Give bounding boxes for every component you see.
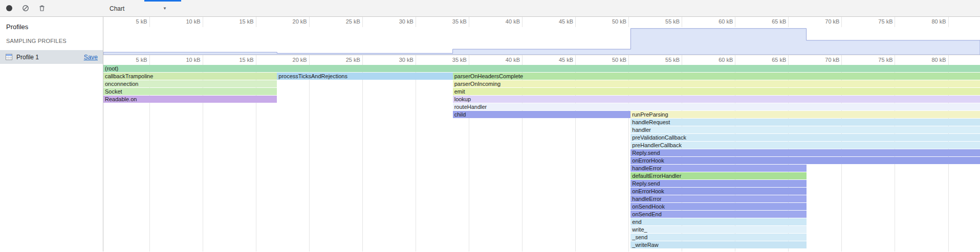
- tick-label: 10 kB: [186, 57, 200, 63]
- gridline: [309, 55, 310, 65]
- gridline: [416, 55, 416, 65]
- flame-chart[interactable]: (root)callbackTrampolineprocessTicksAndR…: [103, 65, 980, 251]
- flame-bar[interactable]: lookup: [453, 96, 980, 103]
- clear-all-profiles-button[interactable]: [20, 2, 31, 14]
- flame-bar[interactable]: Socket: [103, 88, 277, 95]
- view-mode-value: Chart: [110, 5, 124, 12]
- gridline: [575, 17, 576, 27]
- flame-bar[interactable]: preHandlerCallback: [630, 142, 980, 149]
- tick-label: 10 kB: [186, 18, 200, 25]
- gridline: [788, 17, 789, 27]
- record-icon: [6, 5, 12, 11]
- flame-bar[interactable]: callbackTrampoline: [103, 73, 277, 80]
- flame-bar[interactable]: runPreParsing: [630, 111, 980, 118]
- tick-label: 70 kB: [825, 18, 839, 25]
- gridline: [575, 55, 576, 65]
- flame-bar[interactable]: Readable.on: [103, 96, 277, 103]
- flame-bar[interactable]: handleRequest: [630, 119, 980, 126]
- gridline: [682, 55, 682, 65]
- flame-bar[interactable]: end: [630, 218, 806, 225]
- gridline: [841, 17, 842, 27]
- flame-bar[interactable]: _writeRaw: [630, 241, 806, 248]
- gridline: [469, 17, 469, 27]
- gridline: [948, 17, 949, 27]
- gridline: [256, 17, 256, 27]
- flame-bar[interactable]: onErrorHook: [630, 188, 806, 195]
- delete-profile-button[interactable]: [37, 2, 47, 14]
- chevron-down-icon: ▼: [163, 6, 167, 11]
- gridline: [788, 55, 789, 65]
- tick-label: 40 kB: [506, 57, 520, 63]
- tick-label: 75 kB: [878, 18, 892, 25]
- tick-label: 30 kB: [399, 57, 413, 63]
- tick-label: 5 kB: [136, 18, 147, 25]
- tick-label: 20 kB: [293, 18, 307, 25]
- tick-label: 15 kB: [239, 57, 254, 63]
- flame-bar[interactable]: parserOnHeadersComplete: [453, 73, 980, 80]
- tick-label: 65 kB: [772, 57, 786, 63]
- flame-bar[interactable]: handleError: [630, 165, 806, 172]
- gridline: [309, 65, 310, 251]
- block-icon: [22, 5, 29, 12]
- flame-bar[interactable]: handler: [630, 126, 980, 133]
- flame-bar[interactable]: routeHandler: [453, 103, 980, 110]
- devtools-toolbar: Chart ▼: [0, 0, 980, 17]
- gridline: [309, 17, 310, 27]
- tick-label: 55 kB: [665, 57, 680, 63]
- flame-bar[interactable]: processTicksAndRejections: [277, 73, 452, 80]
- flame-bar[interactable]: emit: [453, 88, 980, 95]
- overview-area-chart: [103, 27, 980, 55]
- gridline: [149, 55, 150, 65]
- overview-ruler: 5 kB10 kB15 kB20 kB25 kB30 kB35 kB40 kB4…: [103, 17, 980, 27]
- memory-overview[interactable]: [103, 27, 980, 55]
- tick-label: 45 kB: [559, 57, 573, 63]
- flame-bar[interactable]: onSendEnd: [630, 211, 806, 218]
- flame-bar[interactable]: child: [453, 111, 631, 118]
- record-heap-profile-button[interactable]: [4, 2, 14, 14]
- gridline: [735, 17, 735, 27]
- flame-bar[interactable]: onErrorHook: [630, 157, 980, 164]
- profile-name: Profile 1: [16, 54, 80, 61]
- tick-label: 60 kB: [718, 57, 733, 63]
- save-profile-link[interactable]: Save: [84, 54, 98, 61]
- flame-bar[interactable]: _send: [630, 234, 806, 241]
- sidebar-title: Profiles: [0, 17, 103, 31]
- tick-label: 15 kB: [239, 18, 254, 25]
- flame-bar[interactable]: defaultErrorHandler: [630, 172, 806, 179]
- tick-label: 65 kB: [772, 18, 786, 25]
- flame-bar[interactable]: write_: [630, 226, 806, 233]
- flame-bar[interactable]: onSendHook: [630, 203, 806, 210]
- tick-label: 50 kB: [612, 57, 626, 63]
- profiles-sidebar: Profiles SAMPLING PROFILES Profile 1 Sav…: [0, 17, 103, 251]
- gridline: [895, 17, 895, 27]
- flame-bar[interactable]: (root): [103, 65, 980, 72]
- tick-label: 30 kB: [399, 18, 413, 25]
- gridline: [469, 55, 469, 65]
- tick-label: 80 kB: [931, 57, 946, 63]
- tick-label: 80 kB: [931, 18, 946, 25]
- flame-bar[interactable]: preValidationCallback: [630, 134, 980, 141]
- gridline: [203, 17, 203, 27]
- tick-label: 55 kB: [665, 18, 680, 25]
- flame-bar[interactable]: parserOnIncoming: [453, 80, 980, 87]
- tick-label: 35 kB: [452, 18, 467, 25]
- gridline: [735, 55, 735, 65]
- tick-label: 70 kB: [825, 57, 839, 63]
- flame-bar[interactable]: Reply.send: [630, 180, 806, 187]
- tick-label: 50 kB: [612, 18, 626, 25]
- gridline: [682, 17, 682, 27]
- flame-bar[interactable]: onconnection: [103, 80, 277, 87]
- view-mode-select[interactable]: Chart ▼: [105, 2, 171, 15]
- sidebar-item-profile-1[interactable]: Profile 1 Save: [0, 50, 103, 64]
- flame-bar[interactable]: Reply.send: [630, 149, 980, 156]
- gridline: [628, 55, 629, 65]
- gridline: [522, 55, 522, 65]
- gridline: [522, 17, 522, 27]
- profiler-main: 5 kB10 kB15 kB20 kB25 kB30 kB35 kB40 kB4…: [103, 17, 980, 251]
- sampling-profiles-section-label: SAMPLING PROFILES: [0, 31, 103, 44]
- gridline: [149, 17, 150, 27]
- flame-bar[interactable]: handleError: [630, 195, 806, 202]
- gridline: [841, 55, 842, 65]
- gridline: [895, 55, 895, 65]
- tab-indicator: [144, 0, 181, 2]
